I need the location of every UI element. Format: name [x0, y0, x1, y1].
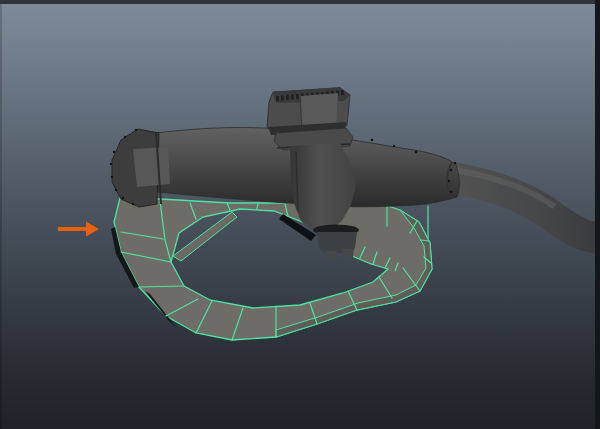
vertex-dots [448, 180, 450, 182]
nozzle-endcap-panel [133, 147, 170, 187]
vertex-dots [124, 136, 126, 138]
vertex-dots [113, 151, 115, 153]
vertex-dots [115, 189, 117, 191]
vertex-dots [371, 139, 373, 141]
stem-prong-left [325, 251, 337, 260]
vertex-dots [415, 151, 417, 153]
viewport-top-border [0, 0, 600, 4]
cap-knurling-teeth [286, 95, 289, 100]
cap-knurling-teeth [281, 96, 284, 101]
vertex-dots [450, 169, 452, 171]
annotation-arrow [58, 222, 99, 237]
cap-knurling-teeth [341, 90, 344, 95]
cap-knurling-teeth [276, 96, 279, 101]
vertex-dots [132, 203, 134, 205]
vertex-dots [454, 162, 456, 164]
viewport-right-border [595, 0, 600, 429]
viewport-canvas[interactable] [0, 0, 600, 429]
vertex-dots [110, 163, 112, 165]
viewport-left-edge-shade [0, 0, 2, 429]
cap-knurling-teeth [296, 94, 299, 99]
vertex-dots [122, 197, 124, 199]
stem-prong-right [342, 249, 354, 257]
vertex-dots [135, 129, 137, 131]
viewport [0, 0, 600, 429]
cap-knurling-teeth [291, 95, 294, 100]
handle-ring[interactable] [114, 198, 432, 340]
vertex-dots [450, 191, 452, 193]
vertex-dots [111, 176, 113, 178]
vertex-dots [393, 145, 395, 147]
